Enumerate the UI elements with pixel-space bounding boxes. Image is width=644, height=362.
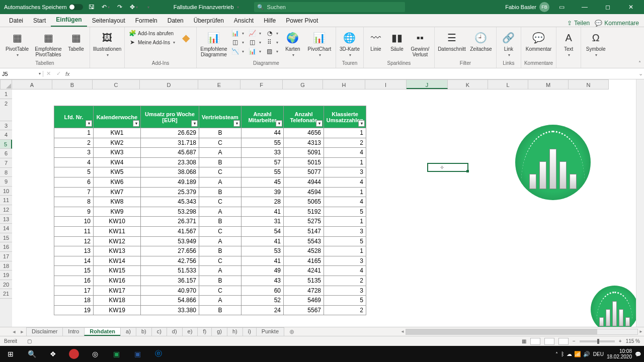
cell[interactable]: B bbox=[199, 276, 242, 286]
bing-maps-button[interactable]: ◆ bbox=[179, 29, 193, 45]
table-row[interactable]: 19KW1933.380B2455672 bbox=[54, 305, 366, 315]
row-header-6[interactable]: 6 bbox=[0, 149, 12, 158]
ribbon-tab-ansicht[interactable]: Ansicht bbox=[229, 15, 259, 27]
col-header-L[interactable]: L bbox=[488, 80, 528, 89]
cell[interactable]: 45.687 bbox=[141, 148, 199, 158]
sheet-tab-f)[interactable]: f) bbox=[197, 327, 212, 336]
cell[interactable]: 27.656 bbox=[141, 246, 199, 256]
table-header[interactable]: Vertriebsteam▾ bbox=[199, 106, 242, 128]
search-button[interactable]: 🔍 bbox=[21, 346, 42, 362]
formula-input[interactable] bbox=[72, 68, 637, 79]
page-break-view-button[interactable] bbox=[558, 338, 569, 345]
col-header-B[interactable]: B bbox=[52, 80, 93, 89]
sheet-tab-c)[interactable]: c) bbox=[151, 327, 167, 336]
cell[interactable]: 5567 bbox=[284, 305, 324, 315]
col-header-J[interactable]: J bbox=[407, 80, 448, 89]
cell[interactable]: KW9 bbox=[94, 207, 141, 217]
cell[interactable]: 49.189 bbox=[141, 177, 199, 187]
cell[interactable]: 12 bbox=[54, 236, 94, 246]
cell[interactable]: KW18 bbox=[94, 296, 141, 306]
cell[interactable]: KW7 bbox=[94, 187, 141, 197]
cells-area[interactable]: Lfd. Nr.▾Kalenderwoche▾Umsatz pro Woche … bbox=[12, 89, 636, 327]
row-header-12[interactable]: 12 bbox=[0, 205, 12, 215]
row-header-4[interactable]: 4 bbox=[0, 130, 12, 140]
table-row[interactable]: 14KW1442.756C4141653 bbox=[54, 256, 366, 266]
zoom-level[interactable]: 115 % bbox=[626, 338, 640, 344]
cell[interactable]: 33 bbox=[242, 148, 284, 158]
row-header-10[interactable]: 10 bbox=[0, 187, 12, 196]
horizontal-scrollbar[interactable]: ◄► bbox=[397, 329, 644, 335]
statistic-chart-button[interactable]: ◫▾ bbox=[248, 38, 262, 46]
row-header-9[interactable]: 9 bbox=[0, 177, 12, 187]
scatter-chart-button[interactable]: ⠿▾ bbox=[265, 38, 279, 46]
cell[interactable]: A bbox=[199, 177, 242, 187]
sheet-tab-i)[interactable]: i) bbox=[243, 327, 257, 336]
cell[interactable]: 7 bbox=[54, 187, 94, 197]
cell[interactable]: 11 bbox=[54, 226, 94, 236]
qat-customize-icon[interactable]: ▾ bbox=[142, 2, 153, 13]
col-header-E[interactable]: E bbox=[198, 80, 240, 89]
cell[interactable]: 2 bbox=[324, 138, 366, 148]
bluetooth-icon[interactable]: ᛒ bbox=[561, 351, 565, 357]
clock[interactable]: 10:0818.02.2020 bbox=[607, 348, 632, 359]
col-header-C[interactable]: C bbox=[93, 80, 140, 89]
filter-dropdown-icon[interactable]: ▾ bbox=[276, 120, 282, 127]
zoom-slider[interactable] bbox=[580, 340, 615, 342]
cell[interactable]: 41 bbox=[242, 207, 284, 217]
cell[interactable]: 5543 bbox=[284, 236, 324, 246]
cell[interactable]: KW8 bbox=[94, 197, 141, 207]
table-row[interactable]: 5KW538.068C5550773 bbox=[54, 167, 366, 177]
cell[interactable]: 26.629 bbox=[141, 128, 199, 138]
cell[interactable]: KW15 bbox=[94, 266, 141, 276]
col-header-F[interactable]: F bbox=[240, 80, 283, 89]
row-header-18[interactable]: 18 bbox=[0, 261, 12, 271]
cell[interactable]: 4728 bbox=[284, 286, 324, 296]
cell[interactable]: 45.343 bbox=[141, 197, 199, 207]
filter-dropdown-icon[interactable]: ▾ bbox=[358, 120, 365, 127]
row-header-8[interactable]: 8 bbox=[0, 168, 12, 177]
text-button[interactable]: AText▾ bbox=[559, 29, 578, 57]
ribbon-tab-formeln[interactable]: Formeln bbox=[130, 15, 163, 27]
cell[interactable]: 43 bbox=[242, 276, 284, 286]
cell[interactable]: 3 bbox=[324, 226, 366, 236]
cell[interactable]: 14 bbox=[54, 256, 94, 266]
cell[interactable]: 5147 bbox=[284, 226, 324, 236]
line-chart-button[interactable]: 📈▾ bbox=[248, 29, 262, 37]
cell[interactable]: 60 bbox=[242, 286, 284, 296]
cell[interactable]: 4944 bbox=[284, 177, 324, 187]
cell[interactable]: 2 bbox=[324, 276, 366, 286]
table-row[interactable]: 8KW845.343C2850654 bbox=[54, 197, 366, 207]
col-header-A[interactable]: A bbox=[12, 80, 52, 89]
table-row[interactable]: 7KW725.379B3945941 bbox=[54, 187, 366, 197]
macro-record-icon[interactable]: ▢ bbox=[27, 338, 32, 344]
save-icon[interactable]: 🖫 bbox=[86, 2, 97, 13]
page-layout-view-button[interactable] bbox=[544, 338, 554, 345]
table-row[interactable]: 15KW1551.533A4942414 bbox=[54, 266, 366, 276]
select-all-button[interactable] bbox=[0, 79, 12, 89]
enter-formula-icon[interactable]: ✓ bbox=[53, 70, 63, 77]
cell[interactable]: 54.866 bbox=[141, 296, 199, 306]
cell[interactable]: 4241 bbox=[284, 266, 324, 276]
cell[interactable]: C bbox=[199, 197, 242, 207]
cell[interactable]: KW1 bbox=[94, 128, 141, 138]
table-button[interactable]: ▦Tabelle bbox=[65, 29, 87, 52]
cell[interactable]: 4 bbox=[54, 157, 94, 167]
cell[interactable]: KW6 bbox=[94, 177, 141, 187]
cell[interactable]: 17 bbox=[54, 286, 94, 296]
table-row[interactable]: 9KW953.298A4151925 bbox=[54, 207, 366, 217]
row-header-7[interactable]: 7 bbox=[0, 158, 12, 168]
row-header-20[interactable]: 20 bbox=[0, 280, 12, 290]
cell[interactable]: 5091 bbox=[284, 148, 324, 158]
cell[interactable]: C bbox=[199, 167, 242, 177]
sheet-tab-b)[interactable]: b) bbox=[136, 327, 152, 336]
ribbon-display-icon[interactable]: ▭ bbox=[550, 0, 573, 14]
cell[interactable]: 39 bbox=[242, 187, 284, 197]
cell[interactable]: A bbox=[199, 236, 242, 246]
timeline-button[interactable]: 🕘Zeitachse bbox=[469, 29, 493, 52]
sheet-tab-e)[interactable]: e) bbox=[182, 327, 198, 336]
cell[interactable]: 3 bbox=[54, 148, 94, 158]
sparkline-column-button[interactable]: ▮▮Säule bbox=[388, 29, 406, 52]
row-header-5[interactable]: 5 bbox=[0, 140, 12, 149]
cell[interactable]: 42.756 bbox=[141, 256, 199, 266]
sheet-tab-g)[interactable]: g) bbox=[211, 327, 227, 336]
